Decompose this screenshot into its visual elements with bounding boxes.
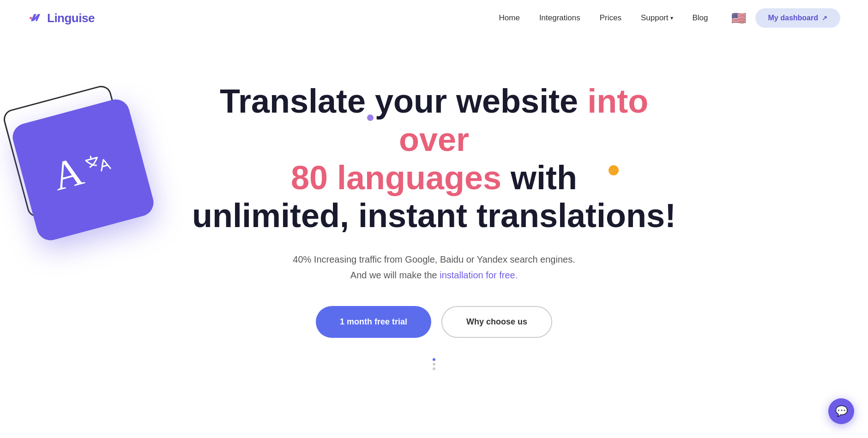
installation-link[interactable]: installation for free. xyxy=(440,270,518,280)
scroll-dot-3 xyxy=(433,367,435,370)
external-link-icon: ↗ xyxy=(822,14,827,22)
language-selector-button[interactable]: 🇺🇸 xyxy=(731,11,746,25)
dashboard-button[interactable]: My dashboard ↗ xyxy=(755,8,840,28)
logo-icon xyxy=(28,10,43,26)
nav-item-integrations[interactable]: Integrations xyxy=(539,13,580,23)
flag-icon: 🇺🇸 xyxy=(731,11,746,25)
why-choose-us-button[interactable]: Why choose us xyxy=(441,306,552,338)
scroll-indicator xyxy=(433,358,435,370)
nav-link-home[interactable]: Home xyxy=(499,13,520,22)
hero-title: Translate your website into over80 langu… xyxy=(180,82,688,235)
logo-link[interactable]: Linguise xyxy=(28,10,95,26)
hero-buttons: 1 month free trial Why choose us xyxy=(316,306,552,338)
nav-item-home[interactable]: Home xyxy=(499,13,520,23)
hero-title-part1: Translate your website xyxy=(220,83,587,120)
nav-right: 🇺🇸 My dashboard ↗ xyxy=(731,8,840,28)
nav-link-prices[interactable]: Prices xyxy=(600,13,621,22)
nav-item-support[interactable]: Support ▾ xyxy=(641,13,673,23)
nav-links: Home Integrations Prices Support ▾ Blog xyxy=(499,13,708,23)
free-trial-button[interactable]: 1 month free trial xyxy=(316,306,431,338)
hero-subtitle-line1: 40% Increasing traffic from Google, Baid… xyxy=(293,254,575,264)
card-letter-a: A xyxy=(48,150,87,197)
nav-link-support[interactable]: Support xyxy=(641,13,669,23)
logo-text: Linguise xyxy=(47,11,95,25)
scroll-dot-2 xyxy=(433,363,435,366)
chat-bubble-icon: 💬 xyxy=(835,405,848,417)
navbar: Linguise Home Integrations Prices Suppor… xyxy=(0,0,868,36)
chat-bubble-button[interactable]: 💬 xyxy=(828,398,854,424)
nav-link-integrations[interactable]: Integrations xyxy=(539,13,580,22)
translate-icon xyxy=(82,149,116,182)
hero-subtitle: 40% Increasing traffic from Google, Baid… xyxy=(293,252,575,283)
nav-item-prices[interactable]: Prices xyxy=(600,13,621,23)
nav-item-blog[interactable]: Blog xyxy=(693,13,708,23)
svg-point-1 xyxy=(30,17,32,19)
hero-section: A Translate your website into over80 lan… xyxy=(0,36,868,375)
card-icons: A xyxy=(48,142,118,197)
nav-link-blog[interactable]: Blog xyxy=(693,13,708,22)
support-chevron-icon: ▾ xyxy=(670,15,673,21)
translation-card-illustration: A xyxy=(14,96,162,244)
scroll-dot-1 xyxy=(433,358,435,361)
dashboard-button-label: My dashboard xyxy=(768,14,818,22)
hero-subtitle-line2: And we will make the xyxy=(350,270,440,280)
